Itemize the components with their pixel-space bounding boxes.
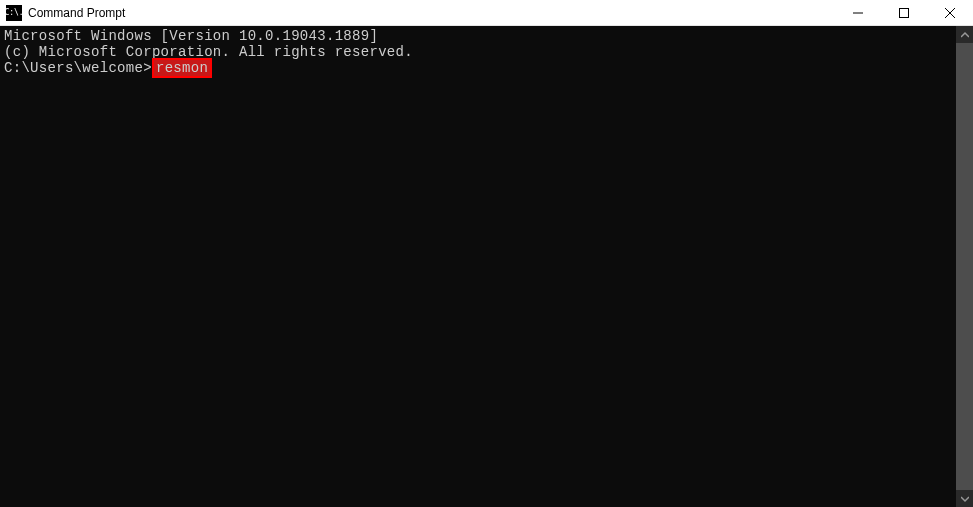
scroll-track[interactable] <box>956 43 973 490</box>
titlebar[interactable]: C:\. Command Prompt <box>0 0 973 26</box>
prompt-line: C:\Users\welcome>resmon <box>4 60 952 76</box>
version-line: Microsoft Windows [Version 10.0.19043.18… <box>4 28 952 44</box>
command-highlight: resmon <box>152 58 212 78</box>
copyright-line: (c) Microsoft Corporation. All rights re… <box>4 44 952 60</box>
app-icon-text: C:\. <box>4 9 23 17</box>
titlebar-left: C:\. Command Prompt <box>0 5 125 21</box>
chevron-down-icon <box>961 495 969 503</box>
vertical-scrollbar[interactable] <box>956 26 973 507</box>
scroll-up-button[interactable] <box>956 26 973 43</box>
command-prompt-window: C:\. Command Prompt M <box>0 0 973 507</box>
svg-rect-1 <box>900 8 909 17</box>
minimize-button[interactable] <box>835 0 881 25</box>
command-prompt-icon: C:\. <box>6 5 22 21</box>
close-button[interactable] <box>927 0 973 25</box>
maximize-button[interactable] <box>881 0 927 25</box>
window-title: Command Prompt <box>28 6 125 20</box>
prompt-path: C:\Users\welcome> <box>4 60 152 76</box>
minimize-icon <box>853 8 863 18</box>
maximize-icon <box>899 8 909 18</box>
scroll-down-button[interactable] <box>956 490 973 507</box>
window-controls <box>835 0 973 25</box>
close-icon <box>945 8 955 18</box>
chevron-up-icon <box>961 31 969 39</box>
scroll-thumb[interactable] <box>956 43 973 490</box>
terminal-area: Microsoft Windows [Version 10.0.19043.18… <box>0 26 973 507</box>
terminal-output[interactable]: Microsoft Windows [Version 10.0.19043.18… <box>0 26 956 507</box>
